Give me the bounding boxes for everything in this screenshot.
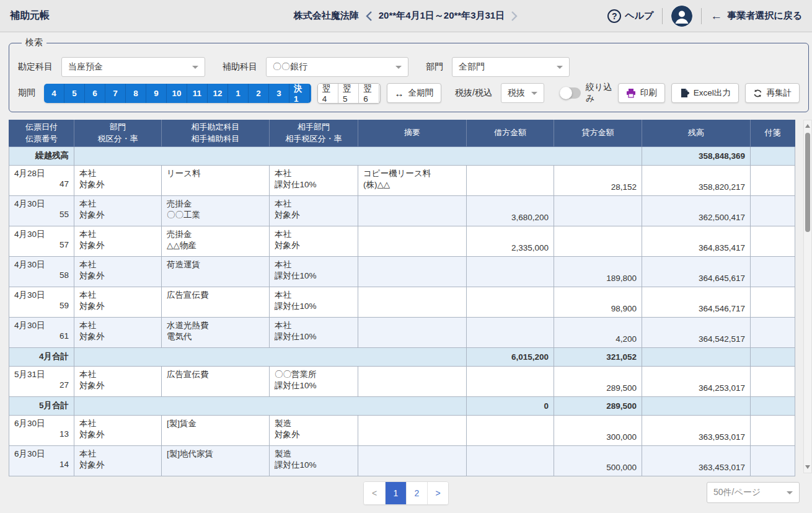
scrollbar-thumb[interactable] <box>805 133 810 232</box>
search-legend: 検索 <box>22 37 46 48</box>
opp-subaccount: 〇〇工業 <box>167 210 264 221</box>
tax-mode-select[interactable]: 税抜 <box>501 83 544 103</box>
credit-cell: 28,152 <box>554 165 642 195</box>
balance-cell: 364,542,517 <box>642 317 751 347</box>
chevron-down-icon <box>395 66 402 69</box>
debit-total-cell: 6,015,200 <box>467 347 554 366</box>
debit-total-cell: 0 <box>467 396 554 415</box>
previous-period-chevron-icon[interactable] <box>365 11 373 22</box>
debit-cell <box>467 366 554 396</box>
tag-cell <box>751 396 795 415</box>
column-header: 相手勘定科目相手補助科目 <box>162 120 270 147</box>
credit-total-cell: 321,052 <box>554 347 642 366</box>
period-button-10[interactable]: 10 <box>167 84 187 103</box>
opp-tax-class: 対象外 <box>275 429 353 440</box>
ledger-entry-row: 5月31日27本社対象外広告宣伝費〇〇営業所課対仕10%289,500364,2… <box>9 366 795 396</box>
summary-cell <box>358 256 467 287</box>
opponent-account-cell: 広告宣伝費 <box>162 287 270 317</box>
period-range: 20**年4月1日～20**年3月31日 <box>379 10 505 22</box>
debit-cell <box>467 317 554 347</box>
chevron-down-icon <box>192 66 198 69</box>
page-title: 補助元帳 <box>10 9 50 22</box>
department-cell: 本社対象外 <box>74 195 162 226</box>
subaccount-select[interactable]: 〇〇銀行 <box>266 57 408 77</box>
credit-total-cell: 289,500 <box>554 396 642 415</box>
opp-subaccount: △△物産 <box>167 240 264 251</box>
opponent-department-cell: 本社対象外 <box>270 195 358 226</box>
period-button-7[interactable]: 7 <box>105 84 126 103</box>
tag-cell <box>751 445 795 476</box>
period-button-翌5[interactable]: 翌5 <box>338 84 359 103</box>
voucher-date: 4月28日 <box>14 168 69 179</box>
next-period-chevron-icon[interactable] <box>511 11 518 22</box>
opp-tax-class: 課対仕10% <box>275 301 353 312</box>
full-period-button[interactable]: ↔ 全期間 <box>387 83 442 103</box>
tax-class: 対象外 <box>79 179 156 190</box>
period-button-11[interactable]: 11 <box>187 84 208 103</box>
period-button-1[interactable]: 1 <box>228 84 249 103</box>
period-button-決2[interactable]: 決2 <box>310 84 311 103</box>
tax-mode-label: 税抜/税込 <box>455 87 492 99</box>
opponent-account-cell: 広告宣伝費 <box>162 366 270 396</box>
filter-toggle[interactable] <box>560 87 581 99</box>
summary-cell <box>358 287 467 317</box>
opponent-department-cell: 製造課対仕10% <box>270 445 358 476</box>
department-cell: 本社対象外 <box>74 415 162 445</box>
divider <box>662 8 663 24</box>
back-arrow-icon: ← <box>710 9 722 23</box>
help-button[interactable]: ? ヘルプ <box>607 9 653 23</box>
department-select[interactable]: 全部門 <box>452 57 570 77</box>
period-button-9[interactable]: 9 <box>146 84 167 103</box>
tag-cell <box>751 366 795 396</box>
excel-export-button[interactable]: Excel出力 <box>671 83 739 103</box>
period-button-翌6[interactable]: 翌6 <box>359 84 379 103</box>
excel-export-label: Excel出力 <box>694 87 731 99</box>
period-button-12[interactable]: 12 <box>208 84 228 103</box>
user-avatar[interactable] <box>671 6 692 27</box>
ledger-entry-row: 4月30日58本社対象外荷造運賃本社課対仕10%189,800364,645,6… <box>9 256 795 287</box>
column-header: 部門税区分・率 <box>74 120 162 147</box>
debit-cell <box>467 415 554 445</box>
page-prev-button[interactable]: < <box>364 482 385 504</box>
empty-cell <box>74 396 467 415</box>
tag-cell <box>751 146 795 165</box>
page-button-1[interactable]: 1 <box>385 482 406 504</box>
vertical-scrollbar[interactable] <box>803 120 812 473</box>
back-to-business-select-button[interactable]: ← 事業者選択に戻る <box>710 9 802 23</box>
footer: <12> 50件/ページ <box>0 473 812 513</box>
period-button-3[interactable]: 3 <box>269 84 289 103</box>
department: 本社 <box>79 369 156 380</box>
question-mark-icon: ? <box>607 9 621 23</box>
period-button-8[interactable]: 8 <box>126 84 146 103</box>
column-header-line1: 相手勘定科目 <box>164 122 267 133</box>
column-header-line1: 貸方金額 <box>557 127 639 139</box>
scroll-up-icon[interactable] <box>804 122 811 130</box>
period-button-5[interactable]: 5 <box>64 84 85 103</box>
page-button-2[interactable]: 2 <box>406 482 427 504</box>
tag-cell <box>751 165 795 195</box>
voucher-date: 4月30日 <box>14 320 69 331</box>
summary-cell <box>358 415 467 445</box>
page-next-button[interactable]: > <box>427 482 448 504</box>
scroll-down-icon[interactable] <box>804 463 811 471</box>
summary-line1: コピー機リース料 <box>363 168 461 179</box>
opp-tax-class: 課対仕10% <box>275 460 353 471</box>
account-select[interactable]: 当座預金 <box>61 57 205 77</box>
opp-department: 本社 <box>275 320 353 331</box>
period-button-決1[interactable]: 決1 <box>289 84 310 103</box>
column-header: 付箋 <box>751 120 795 147</box>
month-total-row: 5月合計0289,500 <box>9 396 795 415</box>
balance-cell: 362,500,417 <box>642 195 751 226</box>
period-button-2[interactable]: 2 <box>249 84 269 103</box>
print-button[interactable]: 印刷 <box>618 83 665 103</box>
opponent-account-cell: 売掛金〇〇工業 <box>162 195 270 226</box>
tag-cell <box>751 195 795 226</box>
recalculate-button[interactable]: 再集計 <box>745 83 800 103</box>
voucher-number: 59 <box>14 301 69 310</box>
page-size-select[interactable]: 50件/ページ <box>707 482 800 503</box>
column-header-line2: 伝票番号 <box>12 133 71 145</box>
period-button-6[interactable]: 6 <box>85 84 105 103</box>
period-button-翌4[interactable]: 翌4 <box>318 84 338 103</box>
account-label: 勘定科目 <box>18 61 53 73</box>
period-button-4[interactable]: 4 <box>44 84 64 103</box>
